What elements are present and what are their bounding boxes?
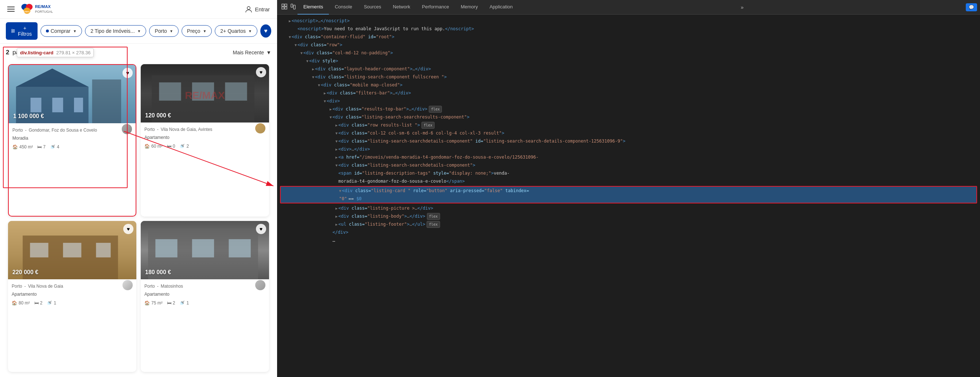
dt-line-noscript-2[interactable]: <noscript>You need to enable JavaScript … bbox=[277, 25, 980, 33]
dt-arrow-2 bbox=[294, 26, 297, 32]
quartos-filter[interactable]: 2+ Quartos ▼ bbox=[215, 25, 258, 37]
house-icon-4: 🏠 bbox=[145, 301, 150, 305]
dt-line-noscript-1[interactable]: <noscript>…</noscript> bbox=[277, 17, 980, 25]
tooltip-dims: 279.81 × 278.36 bbox=[56, 50, 91, 56]
house-icon: 🏠 bbox=[13, 145, 18, 150]
property-heart-2[interactable]: ♥ bbox=[256, 67, 266, 77]
dt-arrow-8[interactable] bbox=[312, 74, 314, 80]
dt-arrow-1[interactable] bbox=[289, 18, 291, 24]
dt-line-layout-header[interactable]: <div class="layout-header-component">…</… bbox=[277, 65, 980, 73]
chat-button[interactable]: 💬 bbox=[966, 3, 977, 11]
dt-arrow-25[interactable] bbox=[336, 221, 337, 227]
comprar-filter[interactable]: Comprar ▼ bbox=[40, 25, 82, 37]
sort-button[interactable]: Mais Recente ▼ bbox=[233, 49, 271, 56]
filters-bar: + Filtros Comprar ▼ 2 Tipo de Imóveis...… bbox=[0, 19, 277, 44]
dt-line-listing-body[interactable]: <div class="listing-body">…</div> flex bbox=[277, 212, 980, 220]
dt-line-searchdetails-2[interactable]: <div class="listing-search-searchdetails… bbox=[277, 161, 980, 169]
dt-arrow-17[interactable] bbox=[336, 146, 337, 153]
dt-line-listing-search[interactable]: <div class="listing-search-component ful… bbox=[277, 73, 980, 81]
dt-line-anchor[interactable]: <a href="/imoveis/venda-moradia-t4-gondo… bbox=[277, 153, 980, 161]
tipo-filter[interactable]: 2 Tipo de Imóveis... ▼ bbox=[85, 25, 146, 37]
dt-line-div-open[interactable]: <div> bbox=[277, 97, 980, 105]
porto-filter[interactable]: Porto ▼ bbox=[149, 25, 178, 37]
property-card-4[interactable]: ♥ 180 000 € Porto - Matosinhos Apartamen… bbox=[141, 221, 269, 372]
hamburger-icon[interactable] bbox=[7, 6, 14, 12]
dt-line-listing-search-results[interactable]: <div class="listing-search-searchresults… bbox=[277, 113, 980, 121]
dt-arrow-14[interactable] bbox=[336, 122, 337, 128]
property-heart-1[interactable]: ♥ bbox=[123, 68, 133, 78]
dt-arrow-23[interactable] bbox=[336, 205, 337, 212]
property-footer-3: 🏠 80 m² 🛏 2 🚿 1 bbox=[8, 299, 136, 309]
dt-arrow-10[interactable] bbox=[324, 90, 326, 96]
dt-arrow-12[interactable] bbox=[329, 106, 332, 112]
dt-line-span-tags[interactable]: <span id="listing-description-tags" styl… bbox=[277, 169, 980, 177]
property-footer-4: 🏠 75 m² 🛏 2 🚿 1 bbox=[141, 299, 269, 309]
dt-arrow-16[interactable] bbox=[336, 138, 337, 145]
more-tabs-button[interactable]: » bbox=[740, 3, 745, 12]
svg-rect-31 bbox=[155, 239, 177, 258]
tab-sources[interactable]: Sources bbox=[358, 0, 387, 14]
property-agent-2 bbox=[255, 123, 266, 134]
tab-performance[interactable]: Performance bbox=[416, 0, 455, 14]
property-footer-1: 🏠 450 m² 🛏 7 🚿 4 bbox=[9, 143, 135, 153]
dt-line-listing-card[interactable]: <div class="listing-card " role="button"… bbox=[281, 187, 976, 195]
dt-arrow-19[interactable] bbox=[336, 162, 337, 169]
dt-arrow-21 bbox=[336, 178, 337, 185]
dt-arrow-11[interactable] bbox=[324, 98, 326, 104]
mobile-view-button[interactable] bbox=[289, 2, 298, 12]
dt-arrow-9[interactable] bbox=[318, 82, 320, 88]
svg-point-9 bbox=[13, 30, 14, 31]
dt-arrow-6[interactable] bbox=[306, 58, 309, 64]
tab-network[interactable]: Network bbox=[387, 0, 416, 14]
dt-line-mobile[interactable]: <div class="mobile map-closed"> bbox=[277, 81, 980, 89]
header-left: RE/MAX RE/MAXPORTUGAL bbox=[7, 4, 53, 14]
dt-line-searchdetails[interactable]: <div class="listing-search-searchdetails… bbox=[277, 137, 980, 145]
dt-line-results-top-bar[interactable]: <div class="results-top-bar">…</div> fle… bbox=[277, 105, 980, 113]
tab-elements[interactable]: Elements bbox=[298, 0, 329, 14]
dt-line-div-style[interactable]: <div style> bbox=[277, 57, 980, 65]
dt-line-listing-footer[interactable]: <ul class="listing-footer">…</ul> flex bbox=[277, 220, 980, 228]
tab-application[interactable]: Application bbox=[484, 0, 519, 14]
tooltip-class: div.listing-card bbox=[20, 50, 54, 56]
dt-line-listing-picture[interactable]: <div class="listing-picture >…</div> bbox=[277, 204, 980, 212]
tab-console[interactable]: Console bbox=[329, 0, 358, 14]
dt-arrow-5[interactable] bbox=[301, 50, 302, 56]
dt-line-col-md-12[interactable]: <div class="col-md-12 no-padding"> bbox=[277, 49, 980, 57]
property-heart-4[interactable]: ♥ bbox=[256, 224, 266, 234]
dt-line-filters-bar[interactable]: <div class="filters-bar">…</div> bbox=[277, 89, 980, 97]
dt-line-div-close[interactable]: </div> bbox=[277, 228, 980, 236]
tab-memory[interactable]: Memory bbox=[455, 0, 484, 14]
property-card-2[interactable]: RE/MAX ♥ 120 000 € Porto - Vila Nova de … bbox=[141, 64, 269, 216]
dt-line-root[interactable]: <div class="container-fluid" id="root"> bbox=[277, 33, 980, 41]
svg-rect-32 bbox=[192, 239, 214, 258]
dt-arrow-20 bbox=[336, 170, 337, 177]
dt-arrow-4[interactable] bbox=[294, 42, 297, 48]
property-heart-3[interactable]: ♥ bbox=[123, 224, 134, 234]
dt-line-div-dots[interactable]: <div>…</div> bbox=[277, 145, 980, 153]
property-card-3[interactable]: ♥ 220 000 € Porto - Vila Nova de Gaia Ap… bbox=[8, 221, 136, 372]
dt-arrow-24[interactable] bbox=[336, 213, 337, 220]
dt-line-col-result[interactable]: <div class="col-12 col-sm-6 col-md-6 col… bbox=[277, 129, 980, 137]
favorites-button[interactable]: ♥ bbox=[260, 24, 271, 38]
dt-arrow-15[interactable] bbox=[336, 130, 337, 136]
bed-icon-2: 🛏 bbox=[167, 144, 171, 149]
dt-line-span-tags-2[interactable]: moradia-t4-gondomar-foz-do-sousa-e-covel… bbox=[277, 177, 980, 185]
dt-arrow-18[interactable] bbox=[336, 154, 337, 161]
dt-line-div-dots-end[interactable]: … bbox=[277, 236, 980, 244]
dt-arrow-26 bbox=[329, 229, 332, 235]
property-area-1: 🏠 450 m² bbox=[13, 145, 33, 150]
devtools-panel: Elements Console Sources Network Perform… bbox=[277, 0, 980, 377]
dt-arrow-7[interactable] bbox=[312, 66, 314, 72]
dt-arrow-22[interactable] bbox=[339, 188, 341, 194]
house-icon-2: 🏠 bbox=[145, 144, 150, 149]
property-card-1[interactable]: ♥ 1 100 000 € Porto - Gondomar, Foz do S… bbox=[8, 64, 136, 216]
dt-arrow-3[interactable] bbox=[289, 34, 291, 40]
dt-line-listing-card-cont[interactable]: "0"== $0 bbox=[281, 195, 976, 203]
dt-arrow-13[interactable] bbox=[329, 114, 332, 120]
dt-line-row-results-list[interactable]: <div class="row results-list "> flex bbox=[277, 121, 980, 129]
entrar-button[interactable]: Entrar bbox=[245, 5, 270, 13]
inspect-element-button[interactable] bbox=[280, 2, 289, 12]
dt-line-row[interactable]: <div class="row"> bbox=[277, 41, 980, 49]
preco-filter[interactable]: Preço ▼ bbox=[181, 25, 212, 37]
filtros-button[interactable]: + Filtros bbox=[6, 22, 38, 40]
